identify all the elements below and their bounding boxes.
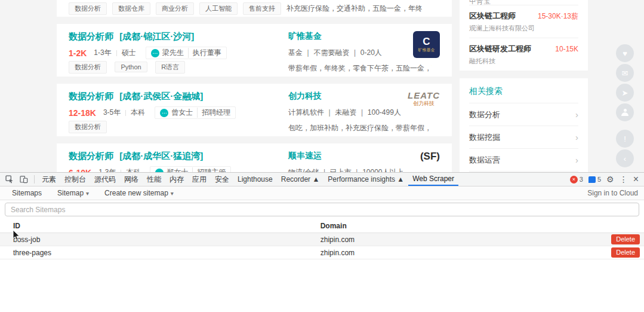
tab-sources[interactable]: 源代码 (90, 173, 120, 186)
issue-count: 5 (597, 176, 601, 183)
message-icon: ✉ (622, 69, 628, 78)
tab-recorder[interactable]: Recorder ▲ (277, 173, 324, 186)
company-name[interactable]: 顺丰速运 (288, 151, 322, 161)
more-options-button[interactable]: ⋮ (620, 175, 628, 184)
nav-create-sitemap-menu[interactable]: Create new sitemap ▾ (104, 189, 174, 197)
tab-lighthouse[interactable]: Lighthouse (233, 173, 277, 186)
delete-button[interactable]: Delete (611, 247, 640, 258)
job-card[interactable]: 数据分析师 [成都·武侯区·金融城] 12-18K 3-5年 本科 ⋯ 曾女士 … (57, 84, 452, 136)
job-title-row[interactable]: 数据分析师 [成都·武侯区·金融城] (69, 91, 203, 102)
company-name[interactable]: 创力科技 (288, 91, 322, 102)
tab-application[interactable]: 应用 (188, 173, 211, 186)
recommended-job-title[interactable]: 区块链工程师 (469, 11, 516, 22)
recommended-job[interactable]: 区块链工程师 15-30K·13薪 观澜上海科技有限公司 (469, 5, 578, 38)
related-search-item[interactable]: 数据挖掘 › (469, 126, 578, 149)
tab-performance-insights[interactable]: Performance insights ▲ (323, 173, 408, 186)
send-icon: ➤ (622, 88, 628, 97)
webscraper-toolbar: Sitemaps Sitemap ▾ Create new sitemap ▾ … (0, 186, 644, 200)
nav-sitemap-menu[interactable]: Sitemap ▾ (57, 189, 89, 197)
recruiter-role: 招聘经理 (197, 108, 230, 118)
job-tag[interactable]: 数据分析 (69, 61, 107, 74)
share-button[interactable]: ➤ (616, 84, 634, 102)
recommended-job[interactable]: 区块链研发工程师 10-15K 融托科技 (469, 38, 578, 71)
recommended-job-company: 观澜上海科技有限公司 (469, 24, 578, 33)
device-toolbar-button[interactable] (17, 173, 31, 186)
job-title-row[interactable]: 数据分析师 [成都·锦江区·沙河] (69, 31, 194, 42)
issues-counter[interactable]: 5 (588, 176, 601, 183)
kebab-icon: ⋮ (620, 175, 628, 184)
company-logo[interactable]: C 旷惟基金 (413, 31, 440, 58)
job-location: [成都·锦江区·沙河] (119, 31, 194, 41)
job-tag[interactable]: 商业分析 (156, 2, 194, 15)
recruiter-name: 曾女士 (171, 108, 193, 118)
tab-performance[interactable]: 性能 (143, 173, 165, 186)
close-devtools-button[interactable]: × (633, 174, 639, 185)
favorite-button[interactable]: ♥ (616, 44, 634, 62)
nav-sitemaps[interactable]: Sitemaps (12, 189, 42, 197)
recommended-job-salary: 10-15K (555, 45, 578, 53)
tab-memory[interactable]: 内存 (165, 173, 188, 186)
job-tag[interactable]: 人工智能 (199, 2, 238, 15)
company-name[interactable]: 旷惟基金 (288, 31, 322, 42)
sitemap-id-link[interactable]: three-pages (0, 246, 316, 259)
recruiter-role: 招聘主管 (192, 167, 226, 172)
job-info-row: 6-10K 1-3年 本科 ⋯ 郑女士 招聘主管 (69, 166, 231, 172)
job-tag[interactable]: 数据分析 (69, 2, 107, 15)
profile-button[interactable] (616, 103, 634, 121)
inspect-element-button[interactable] (2, 173, 17, 186)
job-salary: 1-2K (69, 48, 87, 58)
recommended-job-title[interactable]: 区块链研发工程师 (469, 44, 531, 54)
job-experience: 1-3年 (94, 48, 111, 58)
column-header-actions (606, 219, 644, 233)
recruiter-role: 执行董事 (188, 48, 221, 58)
job-title[interactable]: 数据分析师 (69, 91, 113, 101)
job-salary: 12-18K (69, 108, 96, 118)
recruiter-chip[interactable]: ⋯ 郑女士 招聘主管 (150, 166, 231, 172)
company-info: 基金 ｜ 不需要融资 ｜ 0-20人 (288, 48, 382, 58)
tab-console[interactable]: 控制台 (60, 173, 90, 186)
error-counter[interactable]: × 3 (570, 176, 583, 183)
job-education: 本科 (126, 167, 140, 172)
job-info-row: 1-2K 1-3年 硕士 ⋯ 梁先生 执行董事 (69, 47, 227, 59)
related-search-item[interactable]: 数据分析 › (469, 103, 578, 126)
job-tag[interactable]: 售前支持 (243, 2, 281, 15)
chevron-right-icon: › (575, 109, 578, 120)
logo-text: C (423, 36, 430, 47)
tab-elements[interactable]: 元素 (38, 173, 60, 186)
tab-web-scraper[interactable]: Web Scraper (408, 173, 458, 186)
logo-text: LEATC (408, 91, 440, 100)
message-button[interactable]: ✉ (616, 64, 634, 82)
delete-button[interactable]: Delete (611, 234, 640, 244)
job-tag[interactable]: Python (115, 62, 147, 72)
search-sitemaps-input[interactable] (5, 203, 639, 216)
job-list-column: 数据分析 数据仓库 商业分析 人工智能 售前支持 补充医疗保险，交通补助，五险一… (57, 0, 452, 172)
person-icon (621, 109, 628, 116)
recommended-job-salary: 15-30K·13薪 (538, 11, 578, 22)
sitemap-domain: zhipin.com (316, 233, 607, 246)
job-experience: 1-3年 (98, 167, 116, 172)
company-logo[interactable]: LEATC 创力科技 (408, 91, 440, 107)
error-icon: × (570, 176, 578, 183)
job-tag[interactable]: R语言 (155, 61, 185, 74)
job-tag[interactable]: 数据仓库 (112, 2, 150, 15)
job-card[interactable]: 数据分析师 [成都·成华区·猛追湾] 6-10K 1-3年 本科 ⋯ 郑女士 招… (57, 143, 452, 172)
floating-toolbar: ♥ ✉ ➤ ! ‹ (616, 44, 634, 169)
logo-subtext: 创力科技 (408, 100, 440, 107)
sitemap-id-link[interactable]: boss-job (0, 233, 316, 246)
job-tag[interactable]: 数据分析 (69, 121, 107, 133)
job-title[interactable]: 数据分析师 (69, 31, 113, 41)
caret-down-icon: ▾ (86, 190, 89, 197)
job-title[interactable]: 数据分析师 (69, 151, 113, 161)
job-title-row[interactable]: 数据分析师 [成都·成华区·猛追湾] (69, 151, 203, 162)
recruiter-chip[interactable]: ⋯ 曾女士 招聘经理 (155, 106, 236, 119)
feedback-button[interactable]: ! (616, 130, 634, 148)
tab-network[interactable]: 网络 (120, 173, 143, 186)
job-card[interactable]: 数据分析师 [成都·锦江区·沙河] 1-2K 1-3年 硕士 ⋯ 梁先生 执行董… (57, 24, 452, 77)
related-search-item[interactable]: 数据运营 › (469, 149, 578, 172)
recruiter-chip[interactable]: ⋯ 梁先生 执行董事 (146, 47, 227, 59)
company-logo[interactable]: (SF) (420, 151, 440, 163)
tab-security[interactable]: 安全 (211, 173, 233, 186)
settings-button[interactable]: ⚙ (606, 175, 614, 184)
collapse-button[interactable]: ‹ (616, 149, 634, 167)
sign-in-to-cloud-link[interactable]: Sign in to Cloud (587, 189, 638, 197)
